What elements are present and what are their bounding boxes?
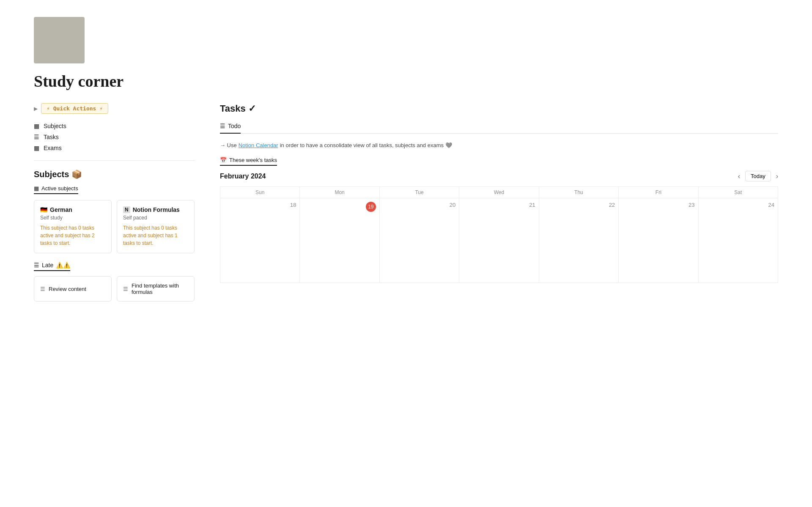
quick-actions-bar: ▶ ⚡ Quick Actions ⚡: [34, 103, 195, 114]
notion-status: This subject has 0 tasks active and subj…: [123, 224, 188, 247]
notion-title: N Notion Formulas: [123, 206, 188, 213]
table-icon: ▦: [34, 123, 39, 129]
german-title: 🇩🇪 German: [40, 206, 105, 213]
tasks-title: Tasks ✓: [220, 103, 778, 114]
col-wed: Wed: [459, 187, 539, 198]
tab-todo[interactable]: ☰ Todo: [220, 119, 241, 134]
tasks-tab-bar: ☰ Todo: [220, 119, 778, 134]
quick-actions-badge[interactable]: ⚡ Quick Actions ⚡: [41, 103, 108, 114]
subject-cards: 🇩🇪 German Self study This subject has 0 …: [34, 200, 195, 253]
todo-tab-icon: ☰: [220, 123, 225, 129]
quick-actions-arrow[interactable]: ▶: [34, 106, 38, 112]
review-label: Review content: [49, 286, 86, 292]
find-templates-label: Find templates with formulas: [132, 282, 188, 295]
calendar-day-21: 21: [459, 198, 539, 283]
notion-subtitle: Self paced: [123, 215, 188, 221]
calendar-day-24: 24: [698, 198, 778, 283]
checklist-icon: ☰: [34, 134, 39, 140]
calendar-prev-arrow[interactable]: ‹: [738, 173, 740, 180]
notion-calendar-link[interactable]: Notion Calendar: [239, 142, 278, 148]
calendar-day-22: 22: [539, 198, 618, 283]
calendar-today-button[interactable]: Today: [745, 171, 771, 181]
action-cards: ☰ Review content ☰ Find templates with f…: [34, 276, 195, 301]
find-templates-icon: ☰: [123, 286, 128, 292]
nav-section: ▦ Subjects ☰ Tasks ▦ Exams: [34, 121, 195, 161]
nav-item-tasks[interactable]: ☰ Tasks: [34, 132, 195, 143]
cover-image: [34, 17, 85, 63]
left-panel: ▶ ⚡ Quick Actions ⚡ ▦ Subjects ☰ Tasks ▦…: [34, 103, 195, 301]
subject-card-notion[interactable]: N Notion Formulas Self paced This subjec…: [117, 200, 195, 253]
nav-item-exams[interactable]: ▦ Exams: [34, 143, 195, 153]
calendar-day-20: 20: [379, 198, 459, 283]
subject-card-german[interactable]: 🇩🇪 German Self study This subject has 0 …: [34, 200, 112, 253]
german-subtitle: Self study: [40, 215, 105, 221]
todo-tab-label: Todo: [228, 123, 241, 129]
calendar-day-18: 18: [220, 198, 300, 283]
subjects-emoji: 📦: [71, 169, 82, 179]
late-header[interactable]: ☰ Late ⚠️⚠️: [34, 262, 70, 271]
nav-tasks-label: Tasks: [44, 134, 59, 140]
late-label: Late: [42, 262, 53, 269]
notion-icon: N: [123, 206, 130, 213]
col-thu: Thu: [539, 187, 618, 198]
subjects-title: Subjects: [34, 170, 69, 179]
calendar-day-23: 23: [619, 198, 698, 283]
calendar-next-arrow[interactable]: ›: [776, 173, 778, 180]
action-card-review[interactable]: ☰ Review content: [34, 276, 112, 301]
german-status: This subject has 0 tasks active and subj…: [40, 224, 105, 247]
col-sat: Sat: [698, 187, 778, 198]
review-icon: ☰: [40, 286, 45, 292]
nav-item-subjects[interactable]: ▦ Subjects: [34, 121, 195, 132]
active-subjects-label: Active subjects: [41, 185, 78, 192]
calendar-tab-icon: 📅: [220, 157, 227, 163]
active-subjects-tab[interactable]: ▦ Active subjects: [34, 185, 78, 194]
col-tue: Tue: [379, 187, 459, 198]
action-card-find-templates[interactable]: ☰ Find templates with formulas: [117, 276, 195, 301]
german-flag: 🇩🇪: [40, 206, 47, 213]
calendar-month-title: February 2024: [220, 173, 266, 180]
col-fri: Fri: [619, 187, 698, 198]
today-badge: 19: [366, 202, 376, 212]
checklist-late-icon: ☰: [34, 262, 39, 269]
nav-subjects-label: Subjects: [44, 123, 66, 129]
calendar-header: February 2024 ‹ Today ›: [220, 171, 778, 181]
right-panel: Tasks ✓ ☰ Todo → Use Notion Calendar in …: [220, 103, 778, 283]
notion-calendar-note: → Use Notion Calendar in order to have a…: [220, 142, 778, 148]
active-subjects-icon: ▦: [34, 185, 39, 192]
week-tab-label: These week's tasks: [229, 157, 277, 163]
subjects-header: Subjects 📦: [34, 169, 195, 179]
tasks-checkmark: ✓: [248, 103, 256, 114]
calendar-day-19: 19: [300, 198, 379, 283]
calendar-nav: ‹ Today ›: [738, 171, 778, 181]
week-view-tab[interactable]: 📅 These week's tasks: [220, 157, 277, 166]
late-emoji: ⚠️⚠️: [56, 262, 70, 269]
page-title: Study corner: [34, 72, 778, 90]
col-mon: Mon: [300, 187, 379, 198]
table2-icon: ▦: [34, 145, 39, 151]
col-sun: Sun: [220, 187, 300, 198]
calendar-grid: Sun Mon Tue Wed Thu Fri Sat 18: [220, 186, 778, 283]
nav-exams-label: Exams: [44, 145, 62, 151]
